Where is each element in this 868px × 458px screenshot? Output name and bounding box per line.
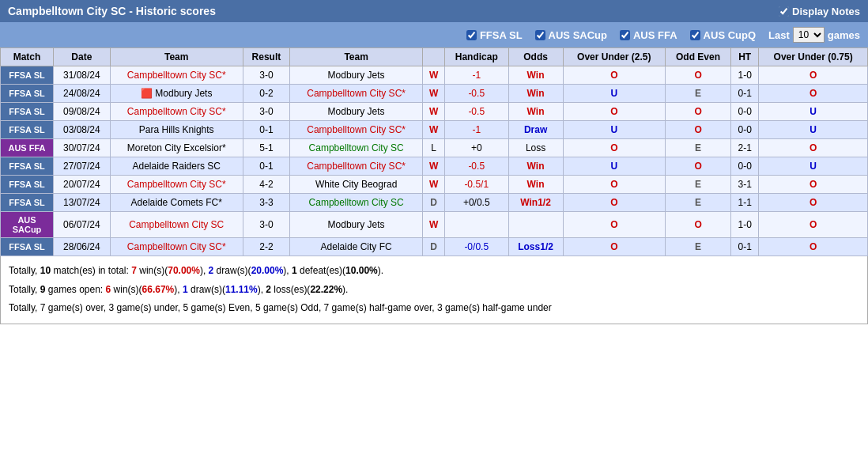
team1-cell: Campbelltown City SC* — [110, 238, 243, 256]
ou075-cell: U — [759, 103, 868, 121]
display-notes-label: Display Notes — [792, 6, 860, 17]
oe-cell: O — [666, 121, 731, 139]
table-header-row: Match Date Team Result Team Handicap Odd… — [1, 48, 868, 66]
ou075-cell: U — [759, 157, 868, 176]
odds-cell — [508, 212, 563, 238]
handicap-cell: -1 — [444, 66, 508, 85]
odds-cell: Win — [508, 157, 563, 176]
wld-cell: D — [423, 238, 445, 256]
odds-cell: Loss1/2 — [508, 238, 563, 256]
filter-aus-ffa-checkbox[interactable] — [620, 30, 630, 40]
filter-bar: FFSA SL AUS SACup AUS FFA AUS CupQ Last … — [0, 22, 868, 47]
wld-cell: L — [423, 139, 445, 157]
result-cell: 3-3 — [243, 194, 289, 212]
col-handicap: Handicap — [444, 48, 508, 66]
filter-aus-ffa[interactable]: AUS FFA — [620, 29, 677, 41]
wld-cell: W — [423, 121, 445, 139]
scores-table: Match Date Team Result Team Handicap Odd… — [0, 47, 868, 256]
filter-ffsa-sl-checkbox[interactable] — [466, 30, 477, 40]
filter-aus-cupq[interactable]: AUS CupQ — [690, 29, 756, 41]
competition-cell: AUSSACup — [1, 212, 54, 238]
competition-cell: FFSA SL — [1, 176, 54, 194]
ou075-cell: O — [759, 194, 868, 212]
last-label: Last — [768, 29, 790, 41]
last-games-select[interactable]: 10 5 15 20 — [793, 27, 825, 43]
handicap-cell: -1 — [444, 121, 508, 139]
col-ht: HT — [731, 48, 759, 66]
ou25-cell: O — [563, 139, 665, 157]
summary-line1: Totally, 10 match(es) in total: 7 win(s)… — [9, 263, 859, 280]
table-row: AUSSACup06/07/24Campbelltown City SC3-0M… — [1, 212, 868, 238]
table-row: FFSA SL20/07/24Campbelltown City SC*4-2W… — [1, 176, 868, 194]
ht-cell: 0-1 — [731, 85, 759, 103]
ht-cell: 0-0 — [731, 121, 759, 139]
header: Campbelltown City SC - Historic scores D… — [0, 0, 868, 22]
display-notes-checkbox-label[interactable]: Display Notes — [779, 6, 860, 17]
odds-cell: Win — [508, 66, 563, 85]
oe-cell: O — [666, 66, 731, 85]
oe-cell: E — [666, 176, 731, 194]
result-cell: 3-0 — [243, 212, 289, 238]
odds-cell: Win1/2 — [508, 194, 563, 212]
team1-cell: Adelaide Raiders SC — [110, 157, 243, 176]
col-ou075: Over Under (0.75) — [759, 48, 868, 66]
ou25-cell: U — [563, 157, 665, 176]
date-cell: 20/07/24 — [54, 176, 111, 194]
table-row: FFSA SL13/07/24Adelaide Comets FC*3-3Cam… — [1, 194, 868, 212]
ht-cell: 1-0 — [731, 212, 759, 238]
ou25-cell: O — [563, 103, 665, 121]
table-body: FFSA SL31/08/24Campbelltown City SC*3-0M… — [1, 66, 868, 256]
handicap-cell: -0.5 — [444, 103, 508, 121]
handicap-cell: -0.5/1 — [444, 176, 508, 194]
odds-cell: Loss — [508, 139, 563, 157]
team2-cell: Campbelltown City SC* — [289, 85, 422, 103]
ou25-cell: O — [563, 212, 665, 238]
oe-cell: O — [666, 157, 731, 176]
wld-cell: W — [423, 85, 445, 103]
odds-cell: Draw — [508, 121, 563, 139]
competition-cell: FFSA SL — [1, 66, 54, 85]
filter-aus-sacup-checkbox[interactable] — [535, 30, 545, 40]
filter-aus-cupq-label: AUS CupQ — [704, 29, 756, 41]
summary-line3: Totally, 7 game(s) over, 3 game(s) under… — [9, 300, 859, 317]
result-cell: 0-1 — [243, 121, 289, 139]
table-row: FFSA SL31/08/24Campbelltown City SC*3-0M… — [1, 66, 868, 85]
team2-cell: White City Beograd — [289, 176, 422, 194]
ht-cell: 1-1 — [731, 194, 759, 212]
date-cell: 13/07/24 — [54, 194, 111, 212]
team1-cell: Adelaide Comets FC* — [110, 194, 243, 212]
date-cell: 27/07/24 — [54, 157, 111, 176]
ou25-cell: O — [563, 176, 665, 194]
ou075-cell: O — [759, 212, 868, 238]
handicap-cell: +0/0.5 — [444, 194, 508, 212]
ou25-cell: U — [563, 85, 665, 103]
filter-aus-cupq-checkbox[interactable] — [690, 30, 700, 40]
col-odds: Odds — [508, 48, 563, 66]
result-cell: 2-2 — [243, 238, 289, 256]
result-cell: 3-0 — [243, 66, 289, 85]
ht-cell: 2-1 — [731, 139, 759, 157]
competition-cell: FFSA SL — [1, 238, 54, 256]
filter-ffsa-sl[interactable]: FFSA SL — [466, 29, 523, 41]
competition-cell: FFSA SL — [1, 103, 54, 121]
display-notes-checkbox[interactable] — [779, 6, 789, 17]
team2-cell: Campbelltown City SC* — [289, 157, 422, 176]
table-row: FFSA SL24/08/24🟥 Modbury Jets0-2Campbell… — [1, 85, 868, 103]
filter-aus-sacup[interactable]: AUS SACup — [535, 29, 607, 41]
team1-cell: Campbelltown City SC* — [110, 176, 243, 194]
team2-cell: Campbelltown City SC — [289, 194, 422, 212]
date-cell: 28/06/24 — [54, 238, 111, 256]
competition-cell: AUS FFA — [1, 139, 54, 157]
games-label: games — [828, 29, 860, 41]
ou075-cell: O — [759, 85, 868, 103]
ht-cell: 1-0 — [731, 66, 759, 85]
team2-cell: Campbelltown City SC — [289, 139, 422, 157]
last-games-control: Last 10 5 15 20 games — [768, 27, 860, 43]
team2-cell: Modbury Jets — [289, 212, 422, 238]
col-team1: Team — [110, 48, 243, 66]
summary-line2: Totally, 9 games open: 6 win(s)(66.67%),… — [9, 282, 859, 299]
table-row: FFSA SL03/08/24Para Hills Knights0-1Camp… — [1, 121, 868, 139]
date-cell: 31/08/24 — [54, 66, 111, 85]
table-row: FFSA SL28/06/24Campbelltown City SC*2-2A… — [1, 238, 868, 256]
team1-cell: Campbelltown City SC* — [110, 66, 243, 85]
